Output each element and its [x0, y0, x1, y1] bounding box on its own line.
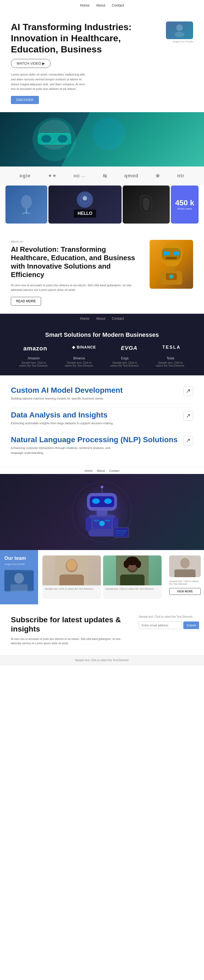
hero-title: AI Transforming Industries: Innovation i…: [11, 21, 155, 55]
svg-point-56: [124, 560, 129, 568]
about-description: At vero eos et accusam et justo duo dolo…: [11, 283, 143, 293]
services-section: Custom AI Model Development Building tai…: [0, 375, 204, 468]
logo-ntr: ntr: [177, 173, 185, 179]
team-sidebar-image: [4, 570, 34, 592]
hero-left: AI Transforming Industries: Innovation i…: [11, 21, 155, 104]
submit-button[interactable]: Submit: [183, 622, 199, 629]
team-sidebar-title: Our team: [4, 555, 34, 561]
logo-2: ✦✦: [48, 173, 56, 179]
svg-point-57: [136, 560, 141, 568]
main-nav: Home About Contact: [0, 0, 204, 11]
logo-arrows: ⇆: [103, 173, 107, 179]
view-more-button[interactable]: VIEW MORE: [169, 588, 201, 595]
subscribe-sample: Sample text. Click to select the Text El…: [139, 615, 193, 618]
nav-home[interactable]: Home: [80, 3, 90, 7]
subscribe-right: Sample text. Click to select the Text El…: [139, 615, 193, 646]
team-card-info-2: Sample text. Click to select the Text El…: [103, 585, 162, 599]
service-desc-1: Building tailored machine learning model…: [11, 396, 120, 401]
svg-rect-26: [86, 517, 91, 531]
hello-label: HELLO: [74, 209, 96, 218]
svg-point-22: [169, 274, 173, 279]
subscribe-section: Subscribe for latest updates & insights …: [0, 605, 204, 655]
svg-rect-19: [168, 266, 175, 272]
robot-image: [149, 240, 193, 289]
service-desc-2: Extracting actionable insights from larg…: [11, 421, 120, 426]
binance-logo: ◆ BINANCE: [72, 345, 96, 352]
about-left: About us AI Revolution: Transforming Hea…: [11, 240, 143, 305]
svg-point-6: [41, 135, 51, 143]
team-card-img-1: [42, 555, 101, 585]
logo-ogie: ogie: [19, 173, 31, 179]
grid-img-2: HELLO: [48, 186, 122, 224]
dark-nav-contact[interactable]: Contact: [112, 317, 124, 320]
subscribe-title: Subscribe for latest updates & insights: [11, 615, 128, 633]
robot-banner: [0, 474, 204, 550]
service-arrow-3[interactable]: [183, 436, 193, 445]
team-right-desc: Sample text. Click to select the Text El…: [169, 580, 201, 585]
team-right-image: [169, 555, 201, 577]
svg-rect-18: [166, 257, 177, 259]
partner-binance-desc: Binance Sample text. Click to select the…: [63, 356, 95, 367]
team-sidebar: Our team Image from Pexels: [0, 550, 38, 605]
svg-point-9: [21, 195, 32, 208]
hero-section: AI Transforming Industries: Innovation i…: [0, 11, 204, 112]
stat-number: 450 k: [175, 199, 194, 207]
hero-right: Image from Pexels: [161, 21, 193, 104]
svg-point-0: [176, 24, 183, 31]
partner-evga-desc: Evga Sample text. Click to select the Te…: [109, 356, 141, 367]
image-grid: HELLO 450 k Active users: [0, 186, 204, 229]
service-nav-contact[interactable]: Contact: [109, 469, 119, 473]
subscribe-left: Subscribe for latest updates & insights …: [11, 615, 128, 646]
team-section: Our team Image from Pexels Sample text. …: [0, 550, 204, 605]
dark-nav-home[interactable]: Home: [80, 317, 90, 320]
grid-img-3: [123, 186, 170, 224]
svg-point-31: [92, 498, 100, 504]
partners-title: Smart Solutions for Modern Businesses: [11, 331, 193, 339]
nav-about[interactable]: About: [96, 3, 105, 7]
team-card-1: Sample text. Click to select the Text El…: [42, 555, 101, 599]
service-arrow-2[interactable]: [183, 411, 193, 421]
service-desc-3: Enhancing customer interactions through …: [11, 446, 120, 455]
service-title-1: Custom AI Model Development: [11, 386, 193, 395]
footer: Sample text. Click to select the Text El…: [0, 655, 204, 665]
team-sidebar-sub: Image from Pexels: [4, 563, 34, 565]
service-nav-home[interactable]: Home: [85, 469, 93, 473]
svg-point-32: [104, 498, 112, 504]
partner-amazon-desc: Amazon Sample text. Click to select the …: [18, 356, 50, 367]
email-input[interactable]: [139, 622, 182, 629]
logo-hd: HD ──: [74, 174, 85, 178]
partners-section: Smart Solutions for Modern Businesses am…: [0, 323, 204, 375]
about-section: About us AI Revolution: Transforming Hea…: [0, 229, 204, 314]
logos-section: ogie ✦✦ HD ── ⇆ qmed ❊ ntr: [0, 167, 204, 186]
about-tag: About us: [11, 240, 143, 243]
subscribe-description: At vero eos et accusam et justo duo dolo…: [11, 637, 128, 646]
service-title-3: Natural Language Processing (NLP) Soluti…: [11, 436, 193, 444]
partner-tesla-desc: Tesla Sample text. Click to select the T…: [154, 356, 186, 367]
hero-description: Lorem ipsum dolor sit amet, consectetur …: [11, 72, 87, 91]
watch-video-button[interactable]: WATCH VIDEO ▶: [11, 59, 51, 68]
service-title-2: Data Analysis and Insights: [11, 411, 193, 419]
svg-point-1: [175, 32, 185, 37]
svg-rect-17: [173, 251, 179, 255]
svg-point-3: [93, 118, 125, 150]
dark-nav-about[interactable]: About: [96, 317, 105, 320]
service-arrow-1[interactable]: [183, 386, 193, 396]
service-sub-nav: Home About Contact: [0, 467, 204, 474]
service-item-1: Custom AI Model Development Building tai…: [11, 386, 193, 401]
logo-bb: ❊: [156, 173, 160, 179]
svg-point-34: [99, 521, 105, 526]
svg-rect-46: [11, 584, 28, 592]
hero-image: [166, 21, 193, 39]
partners-descriptions: Amazon Sample text. Click to select the …: [11, 356, 193, 367]
about-title: AI Revolution: Transforming Healthcare, …: [11, 245, 143, 279]
svg-point-45: [14, 573, 24, 584]
discover-button[interactable]: DISCOVER: [11, 96, 39, 104]
svg-rect-54: [120, 574, 145, 585]
logo-qmed: qmed: [124, 173, 138, 179]
service-nav-about[interactable]: About: [97, 469, 105, 473]
nav-contact[interactable]: Contact: [112, 3, 124, 7]
svg-point-49: [67, 560, 77, 570]
team-card-img-2: [103, 555, 162, 585]
dark-nav-bar: Home About Contact: [0, 314, 204, 323]
read-more-button[interactable]: READ MORE: [11, 297, 41, 305]
